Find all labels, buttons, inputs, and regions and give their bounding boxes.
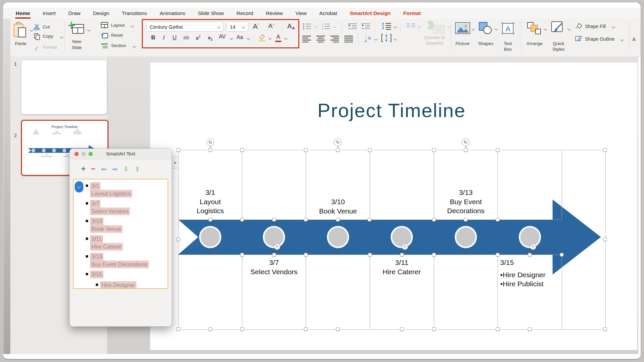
line-spacing-button[interactable] xyxy=(381,22,391,31)
increase-indent-button[interactable] xyxy=(361,23,371,30)
move-up-button[interactable]: ⬆ xyxy=(134,165,140,172)
selection-handle[interactable] xyxy=(209,148,212,152)
list-item[interactable]: 3/1Layout Logistics xyxy=(86,182,168,198)
selection-handle[interactable] xyxy=(336,327,340,331)
highlight-color-button[interactable] xyxy=(258,34,267,43)
text-direction-button[interactable]: A xyxy=(364,34,373,44)
strikethrough-button[interactable]: ab xyxy=(183,35,189,41)
selection-handle[interactable] xyxy=(603,327,607,331)
shape-fill-button[interactable] xyxy=(575,22,583,31)
layout-button[interactable] xyxy=(100,22,108,30)
selection-handle[interactable] xyxy=(603,238,607,241)
cut-label[interactable]: Cut xyxy=(43,24,50,29)
list-item[interactable]: 3/11Hire Caterer xyxy=(86,235,168,251)
selection-handle[interactable] xyxy=(177,327,180,331)
quick-styles-button[interactable] xyxy=(551,21,566,36)
close-traffic-light[interactable] xyxy=(74,152,79,156)
reset-label[interactable]: Reset xyxy=(111,33,123,38)
selection-handle[interactable] xyxy=(496,148,500,152)
selection-handle[interactable] xyxy=(177,148,180,152)
font-size-combobox[interactable]: 14 xyxy=(226,22,248,32)
paste-button[interactable] xyxy=(13,22,28,40)
selection-handle[interactable] xyxy=(209,327,212,331)
promote-button[interactable]: ⬅ xyxy=(101,165,107,172)
smartart-text-panel[interactable]: SmartArt Text + − ⬅ ➡ ⬇ ⬆ 3/1Layout Logi… xyxy=(69,148,172,327)
selection-handle[interactable] xyxy=(528,253,532,257)
rotation-handle[interactable]: ↻ xyxy=(462,138,469,146)
selection-handle[interactable] xyxy=(528,327,532,331)
list-item[interactable]: 3/13Buy Event Decorations xyxy=(86,253,168,268)
selection-handle[interactable] xyxy=(304,327,308,331)
reset-button[interactable] xyxy=(100,32,108,40)
selection-handle[interactable] xyxy=(432,148,436,152)
tab-slide-show[interactable]: Slide Show xyxy=(198,10,224,16)
minimize-traffic-light[interactable] xyxy=(81,152,86,156)
tab-acrobat[interactable]: Acrobat xyxy=(319,10,337,16)
font-color-button[interactable]: A xyxy=(275,34,281,42)
selection-handle[interactable] xyxy=(209,218,212,222)
change-case-button[interactable]: Aa xyxy=(237,34,243,40)
tab-draw[interactable]: Draw xyxy=(68,10,80,16)
section-button[interactable] xyxy=(100,42,108,50)
selection-handle[interactable] xyxy=(240,218,244,222)
rotation-handle[interactable]: ↻ xyxy=(207,138,214,146)
list-selection-pill[interactable] xyxy=(75,181,83,193)
add-item-button[interactable]: + xyxy=(81,165,85,173)
circle-rotation-badge[interactable]: ↻ xyxy=(274,244,280,250)
demote-button[interactable]: ➡ xyxy=(112,165,118,172)
tab-view[interactable]: View xyxy=(296,10,307,16)
tab-smartart-design[interactable]: SmartArt Design xyxy=(350,10,390,16)
copy-button[interactable] xyxy=(34,33,40,42)
tab-record[interactable]: Record xyxy=(237,10,253,16)
circle-rotation-badge[interactable]: ↻ xyxy=(402,244,408,250)
align-text-button[interactable] xyxy=(381,34,391,44)
tab-format[interactable]: Format xyxy=(403,10,421,16)
selection-handle[interactable] xyxy=(432,218,436,222)
subscript-button[interactable]: x2 xyxy=(208,35,213,41)
shrink-font-button[interactable]: Av xyxy=(268,22,274,30)
decrease-indent-button[interactable] xyxy=(348,23,357,30)
italic-button[interactable]: I xyxy=(163,34,165,41)
tab-home[interactable]: Home xyxy=(16,10,30,16)
zoom-traffic-light[interactable] xyxy=(88,152,93,156)
smartart-pane-toggle[interactable]: ▸ xyxy=(173,156,179,168)
align-right-button[interactable] xyxy=(330,35,340,44)
shape-fill-label[interactable]: Shape Fill xyxy=(585,24,606,29)
selection-handle[interactable] xyxy=(496,253,500,257)
justify-button[interactable] xyxy=(344,35,354,44)
shape-outline-label[interactable]: Shape Outline xyxy=(585,36,615,42)
clear-formatting-button[interactable]: A◆ xyxy=(287,22,295,30)
selection-handle[interactable] xyxy=(368,253,372,257)
list-item[interactable]: 3/15 xyxy=(86,271,168,278)
selection-handle[interactable] xyxy=(336,148,340,152)
align-center-button[interactable] xyxy=(316,35,326,44)
bold-button[interactable]: B xyxy=(151,34,155,41)
tab-design[interactable]: Design xyxy=(93,10,109,16)
selection-handle[interactable] xyxy=(368,218,371,222)
selection-handle[interactable] xyxy=(464,218,467,222)
selection-handle[interactable] xyxy=(496,218,500,222)
selection-handle[interactable] xyxy=(304,148,308,152)
shapes-button[interactable] xyxy=(478,22,493,36)
selection-handle[interactable] xyxy=(272,253,276,257)
selection-handle[interactable] xyxy=(496,327,500,331)
selection-handle[interactable] xyxy=(336,218,340,222)
superscript-button[interactable]: x2 xyxy=(196,35,201,41)
selection-handle[interactable] xyxy=(368,148,372,152)
selection-handle[interactable] xyxy=(240,148,244,152)
rotation-handle[interactable]: ↻ xyxy=(334,138,342,146)
list-subitem[interactable]: Hire Designer xyxy=(96,281,168,289)
selection-handle[interactable] xyxy=(400,253,404,257)
tab-review[interactable]: Review xyxy=(266,10,283,16)
move-down-button[interactable]: ⬇ xyxy=(123,165,129,172)
selection-handle[interactable] xyxy=(432,327,436,331)
cut-button[interactable] xyxy=(34,24,40,32)
circle-rotation-badge[interactable]: ↻ xyxy=(530,244,536,250)
selection-handle[interactable] xyxy=(240,327,244,331)
shape-outline-button[interactable] xyxy=(575,35,583,44)
new-slide-button[interactable] xyxy=(68,21,85,38)
layout-label[interactable]: Layout xyxy=(111,23,125,28)
align-left-button[interactable] xyxy=(302,35,312,44)
smartart-text-list[interactable]: 3/1Layout Logistics 3/7Select Vendors 3/… xyxy=(73,179,168,289)
smartart-panel-titlebar[interactable]: SmartArt Text xyxy=(70,149,172,159)
